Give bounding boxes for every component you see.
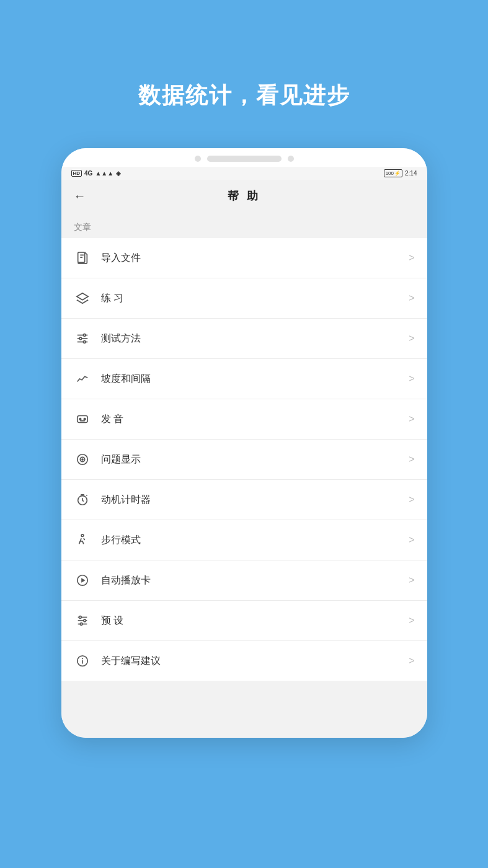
menu-item-import-file[interactable]: 导入文件 > (61, 238, 427, 278)
walk-mode-icon (74, 531, 91, 549)
signal-bars: ▲▲▲ (95, 170, 113, 177)
battery-bolt: ⚡ (394, 170, 401, 176)
header-text: 数据统计，看见进步 (138, 81, 350, 111)
auto-play-icon (74, 572, 91, 589)
practice-icon (74, 290, 91, 307)
motivation-timer-icon (74, 491, 91, 508)
pronunciation-arrow: > (409, 414, 414, 425)
page-title: 帮 助 (228, 188, 260, 203)
motivation-timer-label: 动机计时器 (101, 494, 409, 507)
wifi-icon: ◈ (116, 170, 121, 177)
practice-arrow: > (409, 293, 414, 304)
menu-item-writing-advice[interactable]: 关于编写建议 > (61, 641, 427, 681)
svg-point-26 (80, 623, 82, 626)
svg-point-24 (79, 616, 81, 619)
test-method-icon (74, 330, 91, 347)
slope-interval-label: 坡度和间隔 (101, 373, 409, 386)
pronunciation-icon (74, 410, 91, 428)
signal-4g: 4G (84, 170, 92, 177)
menu-item-motivation-timer[interactable]: 动机计时器 > (61, 480, 427, 520)
import-file-label: 导入文件 (101, 252, 409, 265)
notch-dot-right (288, 156, 294, 162)
presets-icon (74, 612, 91, 629)
test-method-label: 测试方法 (101, 332, 409, 345)
menu-item-auto-play[interactable]: 自动播放卡 > (61, 560, 427, 601)
motivation-timer-arrow: > (409, 494, 414, 505)
menu-item-slope-interval[interactable]: 坡度和间隔 > (61, 359, 427, 399)
svg-point-18 (81, 534, 84, 537)
menu-list: 导入文件 > 练 习 > (61, 238, 427, 681)
writing-advice-label: 关于编写建议 (101, 655, 409, 668)
battery-level: 100 (386, 170, 394, 176)
problem-display-icon (74, 451, 91, 468)
import-file-arrow: > (409, 252, 414, 264)
slope-interval-icon (74, 370, 91, 388)
menu-item-walk-mode[interactable]: 步行模式 > (61, 520, 427, 560)
problem-display-arrow: > (409, 454, 414, 465)
auto-play-arrow: > (409, 575, 414, 586)
walk-mode-arrow: > (409, 534, 414, 546)
svg-point-6 (79, 337, 81, 340)
svg-point-3 (83, 334, 86, 337)
menu-item-practice[interactable]: 练 习 > (61, 278, 427, 319)
writing-advice-arrow: > (409, 655, 414, 666)
svg-marker-20 (81, 578, 85, 582)
walk-mode-label: 步行模式 (101, 534, 409, 547)
writing-advice-icon (74, 652, 91, 670)
auto-play-label: 自动播放卡 (101, 574, 409, 587)
svg-point-29 (82, 658, 82, 659)
practice-label: 练 习 (101, 292, 409, 305)
presets-label: 预 设 (101, 614, 409, 627)
status-left: HD 4G ▲▲▲ ◈ (71, 170, 122, 177)
presets-arrow: > (409, 615, 414, 626)
svg-point-9 (83, 341, 86, 343)
slope-interval-arrow: > (409, 373, 414, 384)
menu-item-pronunciation[interactable]: 发 音 > (61, 399, 427, 440)
phone-wrapper: HD 4G ▲▲▲ ◈ 100 ⚡ 2:14 ← 帮 助 文章 (61, 148, 427, 738)
battery-indicator: 100 ⚡ (384, 169, 402, 177)
menu-item-presets[interactable]: 预 设 > (61, 601, 427, 641)
import-file-icon (74, 249, 91, 267)
menu-item-test-method[interactable]: 测试方法 > (61, 319, 427, 359)
hd-badge: HD (71, 170, 82, 177)
top-bar: ← 帮 助 (61, 180, 427, 212)
status-bar: HD 4G ▲▲▲ ◈ 100 ⚡ 2:14 (61, 167, 427, 180)
app-screen: ← 帮 助 文章 导入文件 > 练 习 > (61, 180, 427, 738)
back-button[interactable]: ← (74, 189, 86, 203)
menu-item-problem-display[interactable]: 问题显示 > (61, 440, 427, 480)
svg-point-11 (79, 418, 81, 420)
test-method-arrow: > (409, 333, 414, 344)
section-label: 文章 (61, 212, 427, 238)
notch-bar (207, 156, 282, 162)
time-display: 2:14 (405, 170, 417, 177)
svg-point-25 (83, 619, 86, 622)
svg-point-12 (84, 418, 86, 420)
status-right: 100 ⚡ 2:14 (384, 169, 417, 177)
notch-dot-left (195, 156, 201, 162)
pronunciation-label: 发 音 (101, 413, 409, 426)
svg-point-16 (82, 459, 83, 460)
phone-notch (61, 148, 427, 167)
problem-display-label: 问题显示 (101, 453, 409, 466)
